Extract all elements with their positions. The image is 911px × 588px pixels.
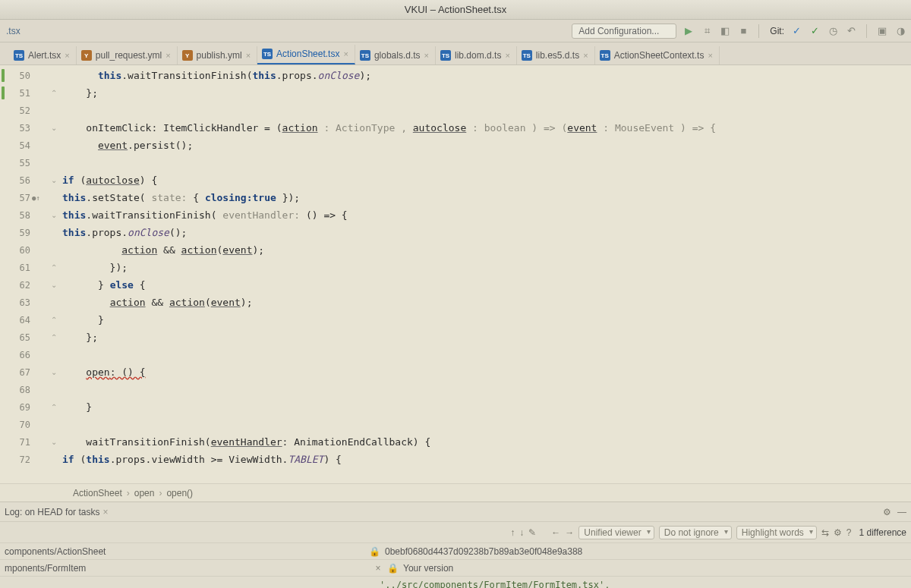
search-everywhere-icon[interactable]: ▣ <box>876 25 888 37</box>
lock-icon: 🔒 <box>369 546 380 557</box>
ts-icon: TS <box>522 50 532 61</box>
close-icon[interactable]: × <box>424 51 429 60</box>
main-toolbar: .tsx Add Configuration... ▶ ⌗ ◧ ■ Git: ✓… <box>0 20 911 42</box>
git-revert-icon[interactable]: ↶ <box>845 25 857 37</box>
close-icon[interactable]: × <box>708 51 712 60</box>
ignore-whitespace-dropdown[interactable]: Do not ignore <box>659 526 732 539</box>
stop-icon[interactable]: ■ <box>737 25 749 37</box>
nav-forward-icon[interactable]: → <box>565 527 574 538</box>
editor-tab[interactable]: TSlib.es5.d.ts× <box>517 46 595 64</box>
debug-icon[interactable]: ⌗ <box>701 25 713 37</box>
chevron-right-icon: › <box>127 488 130 498</box>
settings-icon[interactable]: ◑ <box>894 25 906 37</box>
diff-revision: 0bebf0680d4437d09238b7b89ab3e0f048e9a388 <box>385 546 582 557</box>
git-commit-icon[interactable]: ✓ <box>809 25 821 37</box>
close-icon[interactable]: × <box>165 51 170 60</box>
next-file-icon[interactable]: ↓ <box>519 527 524 538</box>
close-icon[interactable]: × <box>343 49 348 58</box>
git-update-icon[interactable]: ✓ <box>790 25 802 37</box>
close-icon[interactable]: × <box>65 51 69 60</box>
toolbar-separator <box>758 24 759 38</box>
ts-icon: TS <box>440 50 451 61</box>
close-icon[interactable]: × <box>246 51 251 60</box>
diff-left-path: mponents/FormItem <box>5 563 369 574</box>
breadcrumb-item[interactable]: open() <box>166 488 193 498</box>
breadcrumb-item[interactable]: ActionSheet <box>73 488 122 498</box>
diff-toolbar: ↑ ↓ ✎ ← → Unified viewer Do not ignore H… <box>0 521 911 542</box>
prev-file-icon[interactable]: ↑ <box>510 527 515 538</box>
close-icon[interactable]: × <box>505 51 509 60</box>
tsx-icon: TS <box>262 49 273 59</box>
code-content[interactable]: this.waitTransitionFinish(this.props.onC… <box>62 65 911 483</box>
code-editor[interactable]: 5051525354555657 ●↑585960616263646566676… <box>0 65 911 502</box>
ts-icon: TS <box>360 50 370 61</box>
file-ext-tab[interactable]: .tsx <box>5 24 22 38</box>
ts-icon: TS <box>600 50 610 61</box>
editor-tab[interactable]: Ypublish.yml× <box>178 46 257 64</box>
diff-count: 1 difference <box>859 527 907 538</box>
editor-tab[interactable]: TSActionSheetContext.ts× <box>595 46 720 64</box>
diff-left-path: components/ActionSheet <box>5 546 369 557</box>
close-icon[interactable]: × <box>102 507 108 517</box>
coverage-icon[interactable]: ◧ <box>719 25 731 37</box>
edit-icon[interactable]: ✎ <box>528 527 536 538</box>
editor-tab[interactable]: TSlib.dom.d.ts× <box>436 46 517 64</box>
breadcrumb-item[interactable]: open <box>134 488 155 498</box>
collapse-unchanged-icon[interactable]: ⇆ <box>821 527 829 538</box>
git-label: Git: <box>770 26 784 36</box>
tsx-icon: TS <box>14 50 24 61</box>
git-history-icon[interactable]: ◷ <box>827 25 839 37</box>
highlight-dropdown[interactable]: Highlight words <box>736 526 817 539</box>
editor-tab-active[interactable]: TSActionSheet.tsx× <box>257 45 355 64</box>
line-number-gutter: 5051525354555657 ●↑585960616263646566676… <box>0 65 46 483</box>
close-icon[interactable]: × <box>369 563 387 574</box>
close-icon[interactable]: × <box>583 51 588 60</box>
viewer-mode-dropdown[interactable]: Unified viewer <box>578 526 654 539</box>
editor-tab[interactable]: TSglobals.d.ts× <box>355 46 436 64</box>
editor-tab[interactable]: TSAlert.tsx× <box>9 46 77 64</box>
yml-icon: Y <box>81 50 92 61</box>
tool-window-tabs: Log: on HEAD for tasks × ⚙ — <box>0 502 911 521</box>
yml-icon: Y <box>182 50 193 61</box>
log-tab[interactable]: Log: on HEAD for tasks × <box>5 507 108 517</box>
gear-icon[interactable]: ⚙ <box>883 507 891 517</box>
editor-tab-bar: TSAlert.tsx× Ypull_request.yml× Ypublish… <box>0 42 911 65</box>
breadcrumb[interactable]: ActionSheet › open › open() <box>0 483 911 502</box>
help-icon[interactable]: ? <box>846 527 852 538</box>
editor-tab[interactable]: Ypull_request.yml× <box>77 46 178 64</box>
nav-back-icon[interactable]: ← <box>551 527 560 538</box>
minimize-icon[interactable]: — <box>897 507 906 517</box>
run-icon[interactable]: ▶ <box>682 25 695 37</box>
gear-icon[interactable]: ⚙ <box>834 527 842 538</box>
window-title: VKUI – ActionSheet.tsx <box>0 0 911 20</box>
diff-revision: Your version <box>403 563 453 574</box>
diff-code-line: '../src/components/FormItem/FormItem.tsx… <box>0 576 911 588</box>
diff-header: components/ActionSheet 🔒 0bebf0680d4437d… <box>0 542 911 576</box>
toolbar-separator <box>866 24 867 38</box>
fold-column: ⌃⌄⌄⌄⌃⌄⌃⌃⌄⌃⌄ <box>46 65 62 483</box>
lock-icon: 🔒 <box>387 563 399 574</box>
run-config-dropdown[interactable]: Add Configuration... <box>572 24 676 39</box>
chevron-right-icon: › <box>159 488 162 498</box>
